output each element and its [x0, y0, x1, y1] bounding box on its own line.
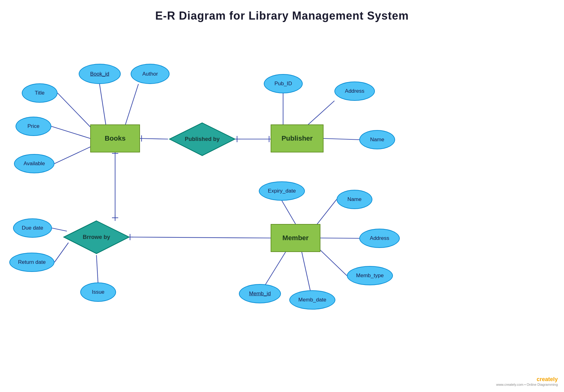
attribute-author: Author: [131, 64, 170, 84]
attribute-memb-type: Memb_type: [347, 266, 393, 285]
relationship-brrowe-by: Brrowe by: [62, 219, 131, 255]
attribute-address-publisher: Address: [334, 82, 375, 101]
svg-line-25: [305, 101, 334, 128]
entity-publisher: Publisher: [271, 124, 324, 152]
attribute-price: Price: [16, 117, 51, 136]
attribute-available: Available: [14, 154, 54, 173]
page-title: E-R Diagram for Library Management Syste…: [0, 0, 564, 22]
rel-brrowe-label: Brrowe by: [83, 234, 110, 240]
svg-line-10: [131, 237, 271, 238]
svg-line-20: [58, 93, 93, 130]
svg-line-21: [124, 84, 138, 128]
svg-line-22: [51, 126, 90, 138]
entity-books: Books: [90, 124, 140, 152]
svg-line-29: [96, 255, 98, 282]
svg-line-0: [140, 138, 168, 139]
attribute-pub-id: Pub_ID: [264, 74, 303, 93]
rel-published-label: Published by: [185, 136, 220, 142]
watermark-sub: www.creately.com • Online Diagramming: [496, 383, 558, 386]
diagram-area: Books Publisher Member Published by Brro…: [0, 28, 564, 392]
svg-line-15: [320, 238, 359, 238]
attribute-issue: Issue: [80, 282, 116, 302]
attribute-title: Title: [22, 83, 58, 103]
attribute-address-member: Address: [359, 229, 400, 248]
attribute-book-id: Book_id: [79, 64, 121, 84]
attribute-expiry-date: Expiry_date: [259, 181, 305, 201]
relationship-published-by: Published by: [168, 121, 236, 157]
attribute-name-member: Name: [337, 190, 372, 209]
svg-line-13: [282, 201, 296, 224]
attribute-name-publisher: Name: [359, 130, 395, 149]
watermark: creately www.creately.com • Online Diagr…: [496, 376, 558, 386]
attribute-return-date: Return date: [9, 253, 54, 272]
entity-member: Member: [271, 224, 320, 252]
svg-line-23: [54, 146, 92, 164]
attribute-memb-id: Memb_id: [239, 284, 281, 303]
attribute-due-date: Due date: [13, 218, 52, 238]
svg-line-19: [100, 84, 106, 124]
watermark-brand: creately: [537, 376, 558, 382]
svg-line-26: [324, 138, 359, 140]
attribute-memb-date: Memb_date: [289, 290, 335, 310]
